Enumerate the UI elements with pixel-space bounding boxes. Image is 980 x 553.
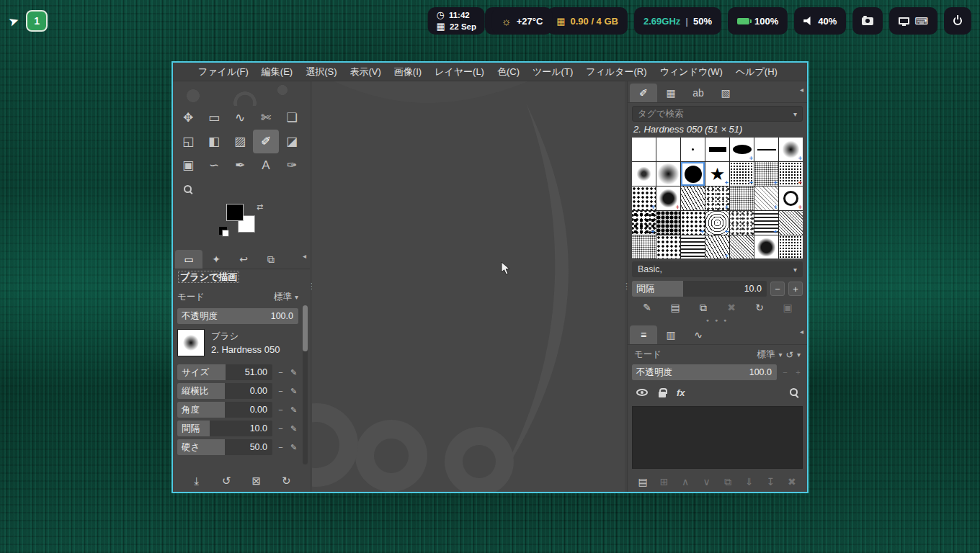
mode-switch-icon[interactable]: ↺ [785,349,793,360]
new-layer-group-button[interactable]: ⊞ [656,476,672,487]
slider-decrement-button[interactable]: − [276,424,285,433]
eraser-tool[interactable]: ◪ [279,130,305,153]
power-button[interactable] [944,7,971,35]
brush-cell-22[interactable] [656,211,680,235]
device-status-tab[interactable]: ✦ [202,250,230,269]
brush-cell-31[interactable]: + [705,235,729,258]
brush-cell-21[interactable]: + [632,211,656,235]
duplicate-layer-button[interactable]: ⧉ [720,476,736,488]
duplicate-brush-button[interactable]: ⧉ [695,302,711,314]
tool-options-scrollbar[interactable] [303,305,308,464]
anchor-layer-button[interactable]: ↧ [762,476,778,487]
paths-tab[interactable]: ∿ [685,325,712,344]
color-picker-tool[interactable]: ✑ [279,153,305,177]
opacity-decrement-button[interactable]: − [780,368,790,377]
brush-cell-34[interactable] [779,235,803,258]
gradient-tool[interactable]: ▨ [227,130,253,153]
brush-cell-9[interactable] [681,162,705,186]
brush-cell-24[interactable]: + [705,211,729,235]
menu-item-10[interactable]: ヘルプ(H) [729,66,784,78]
slider-decrement-button[interactable]: − [276,387,285,395]
lower-layer-button[interactable]: ∨ [699,476,715,487]
new-brush-button[interactable]: ▤ [667,302,683,313]
layers-list[interactable] [632,406,803,469]
move-tool[interactable]: ✥ [175,106,201,130]
menu-item-8[interactable]: フィルター(R) [579,66,653,78]
workspace-indicator[interactable]: 1 [26,10,48,32]
layer-effects-toggle[interactable]: fx [677,387,685,398]
brush-cell-10[interactable]: ★+ [705,162,729,186]
shear-tool[interactable]: ◧ [201,130,227,153]
slider-1[interactable]: 縦横比0.00 [177,383,272,399]
zoom-tool[interactable] [175,177,201,201]
brush-cell-14[interactable]: + [632,186,656,210]
screenshot-button[interactable] [852,7,883,35]
layer-mode-value[interactable]: 標準 [757,349,775,361]
fonts-tab[interactable]: ab [685,84,712,102]
save-tool-preset-button[interactable]: ⤓ [189,475,205,487]
menu-item-7[interactable]: ツール(T) [526,66,579,78]
swap-colors-icon[interactable]: ⇄ [257,202,263,212]
brush-cell-23[interactable]: + [681,211,705,235]
tool-options-tab[interactable]: ▭ [175,250,202,269]
slider-edit-button[interactable]: ✎ [289,443,298,452]
brush-cell-16[interactable] [681,186,705,210]
lock-icon[interactable] [659,392,666,397]
scissors-select-tool[interactable]: ✄ [253,106,279,130]
dock-splitter-handle[interactable]: ● ● ● [628,317,807,323]
spacing-decrement-button[interactable]: − [770,282,785,296]
slider-edit-button[interactable]: ✎ [289,424,298,433]
brush-cell-25[interactable] [730,211,754,235]
patterns-tab[interactable]: ▦ [657,84,685,102]
tab-menu-button[interactable]: ◂ [303,252,306,260]
brush-cell-29[interactable] [656,235,680,258]
menu-item-5[interactable]: レイヤー(L) [428,66,491,78]
clone-tool[interactable]: ▣ [175,153,201,177]
foreground-color-swatch[interactable] [226,204,244,221]
brush-cell-33[interactable] [754,235,778,258]
menu-item-0[interactable]: ファイル(F) [192,66,255,78]
layer-opacity-slider[interactable]: 不透明度 100.0 [632,364,777,380]
volume-widget[interactable]: 40% [794,7,846,35]
opacity-increment-button[interactable]: + [793,368,803,377]
brush-cell-7[interactable] [632,162,656,186]
spacing-increment-button[interactable]: + [788,282,803,296]
menu-item-1[interactable]: 編集(E) [255,66,299,78]
right-pane-splitter[interactable]: ⋮ [625,81,627,492]
tab-menu-button[interactable]: ◂ [800,328,803,336]
free-select-tool[interactable]: ∿ [227,106,253,130]
image-canvas[interactable] [312,81,625,492]
menu-item-3[interactable]: 表示(V) [344,66,388,78]
menu-item-6[interactable]: 色(C) [491,66,526,78]
brush-selector-row[interactable]: ブラシ 2. Hardness 050 [177,327,298,359]
brush-cell-15[interactable]: + [656,186,680,210]
new-layer-button[interactable]: ▤ [635,476,651,487]
brush-cell-28[interactable] [632,235,656,258]
gradients-tab[interactable]: ▧ [712,84,739,102]
scrollbar-thumb[interactable] [303,305,308,351]
delete-layer-button[interactable]: ✖ [784,476,800,487]
slider-edit-button[interactable]: ✎ [289,387,298,396]
layers-tab[interactable]: ≡ [630,325,657,344]
delete-tool-preset-button[interactable]: ⊠ [249,475,264,487]
refresh-brushes-button[interactable]: ↻ [752,302,767,313]
display-keyboard-widget[interactable]: ⌨ [889,7,937,35]
restore-tool-preset-button[interactable]: ↺ [218,475,234,487]
edit-brush-button[interactable]: ✎ [639,302,655,313]
slider-3[interactable]: 間隔10.0 [177,421,272,436]
unified-transform-tool[interactable]: ◱ [175,130,201,153]
menu-item-2[interactable]: 選択(S) [299,66,343,78]
brush-cell-27[interactable] [779,211,803,235]
chevron-down-icon[interactable]: ▾ [778,351,782,359]
visibility-eye-icon[interactable] [636,389,648,396]
slider-0[interactable]: サイズ51.00 [177,364,272,380]
paintbrush-tool[interactable]: ✐ [253,130,279,153]
brush-cell-1[interactable] [656,138,680,161]
spacing-slider[interactable]: 間隔 10.0 [632,281,767,297]
brush-cell-17[interactable]: + [705,186,729,210]
brush-cell-13[interactable]: + [779,162,803,186]
brush-cell-32[interactable] [730,235,754,258]
brush-cell-19[interactable]: + [754,186,778,210]
layer-search-icon[interactable] [790,388,798,397]
brush-cell-26[interactable]: + [754,211,778,235]
